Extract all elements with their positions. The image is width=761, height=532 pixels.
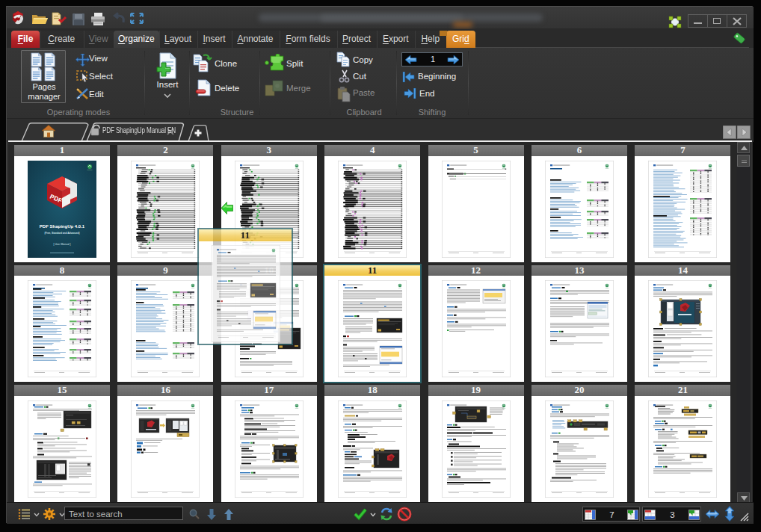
svg-text:(Free, Standard and Advanced): (Free, Standard and Advanced) — [45, 232, 80, 235]
svg-text:[ User Manual ]: [ User Manual ] — [54, 243, 71, 246]
svg-text:PDF ShapingUp 4.0.1: PDF ShapingUp 4.0.1 — [40, 224, 85, 229]
